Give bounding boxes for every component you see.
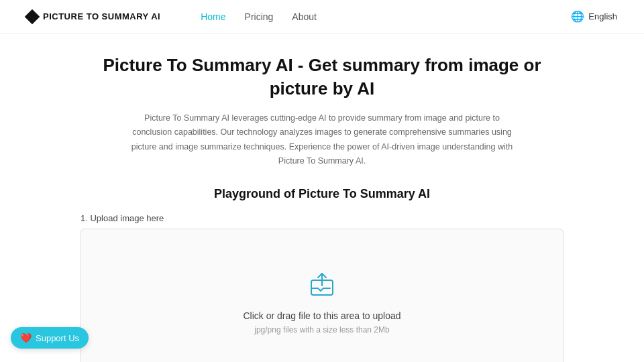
playground-title: Playground of Picture To Summary AI bbox=[80, 187, 564, 201]
hero-description: Picture To Summary AI leverages cutting-… bbox=[127, 111, 517, 168]
header: PICTURE TO SUMMARY AI Home Pricing About… bbox=[0, 0, 644, 34]
upload-label: 1. Upload image here bbox=[80, 213, 564, 223]
logo-text: PICTURE TO SUMMARY AI bbox=[43, 11, 160, 21]
logo-diamond-icon bbox=[25, 9, 40, 24]
main-content: Picture To Summary AI - Get summary from… bbox=[67, 34, 577, 362]
upload-area[interactable]: Click or drag file to this area to uploa… bbox=[80, 229, 564, 362]
heart-icon: ❤️ bbox=[20, 333, 32, 343]
nav-about[interactable]: About bbox=[292, 11, 317, 22]
upload-hint: jpg/png files with a size less than 2Mb bbox=[254, 325, 389, 335]
flag-icon: 🌐 bbox=[571, 10, 584, 23]
hero-title: Picture To Summary AI - Get summary from… bbox=[80, 54, 564, 101]
support-label: Support Us bbox=[36, 333, 79, 343]
nav-home[interactable]: Home bbox=[201, 11, 225, 22]
main-nav: Home Pricing About bbox=[201, 11, 571, 22]
upload-text: Click or drag file to this area to uploa… bbox=[243, 310, 400, 321]
language-selector[interactable]: 🌐 English bbox=[571, 10, 617, 23]
logo[interactable]: PICTURE TO SUMMARY AI bbox=[27, 11, 160, 22]
upload-icon bbox=[307, 269, 337, 301]
support-button[interactable]: ❤️ Support Us bbox=[11, 327, 89, 349]
language-label: English bbox=[588, 11, 617, 21]
nav-pricing[interactable]: Pricing bbox=[245, 11, 274, 22]
